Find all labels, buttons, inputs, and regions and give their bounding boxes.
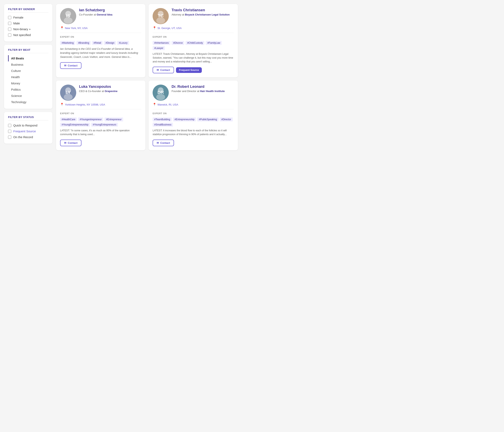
gender-option-3[interactable]: Not specified	[8, 32, 48, 38]
expert-name: Ian Schatzberg	[79, 8, 141, 12]
contact-button[interactable]: ✉ Contact	[153, 67, 174, 73]
expert-info: Dr. Robert Leonard Founder and Director …	[171, 85, 234, 93]
filter-status-box: FILTER BY STATUS Quick to RespondFrequen…	[4, 112, 52, 144]
contact-button[interactable]: ✉ Contact	[60, 62, 81, 69]
expert-role: Co-Founder at General Idea	[79, 13, 141, 17]
gender-option-0[interactable]: Female	[8, 15, 48, 20]
expert-latest: LATEST: Travis Christiansen, Attorney at…	[153, 52, 234, 63]
expert-grid: IS Ian Schatzberg Co-Founder at General …	[56, 4, 238, 150]
location-pin-icon: 📍	[153, 26, 156, 30]
beat-item-technology[interactable]: Technology	[8, 99, 48, 105]
tag: #Inheritances	[153, 41, 170, 45]
tag: #ChildCustody	[185, 41, 204, 45]
gender-checkbox-1[interactable]	[8, 22, 11, 25]
beat-item-health[interactable]: Health	[8, 74, 48, 80]
tag: #TeamBuilding	[153, 117, 172, 121]
expert-info: Travis Christiansen Attorney at Boyack C…	[171, 8, 234, 17]
gender-option-1[interactable]: Male	[8, 20, 48, 26]
location-text: Yorktown Heights, NY 10598, USA	[65, 103, 105, 106]
expert-role: Founder and Director at Hair Health Inst…	[171, 89, 234, 93]
contact-label: Contact	[68, 64, 77, 67]
status-checkbox-1[interactable]	[8, 130, 11, 133]
envelope-icon: ✉	[157, 141, 159, 144]
contact-button[interactable]: ✉ Contact	[153, 139, 174, 146]
tag: #Luxury	[117, 41, 129, 45]
card-actions: ✉ Contact	[60, 62, 141, 69]
location-text: Warwick, RI, USA	[157, 103, 178, 106]
filter-beat-title: FILTER BY BEAT	[8, 48, 48, 53]
expert-card-dr-robert-leonard: DR Dr. Robert Leonard Founder and Direct…	[149, 81, 238, 150]
expert-on-label: EXPERT ON	[153, 36, 234, 38]
status-checkbox-2[interactable]	[8, 136, 11, 139]
filter-status-title: FILTER BY STATUS	[8, 116, 48, 121]
expert-bio: Ian Schatzberg is the CEO and Co-Founder…	[60, 47, 141, 59]
expert-name: Travis Christiansen	[171, 8, 234, 12]
beat-item-culture[interactable]: Culture	[8, 68, 48, 74]
card-divider	[153, 33, 234, 33]
status-option-2[interactable]: On the Record	[8, 134, 48, 140]
avatar: LY	[60, 85, 76, 101]
tag: #YoungEntrepreneurs	[91, 123, 118, 127]
expert-latest: LATEST: "In some cases, it's as much as …	[60, 129, 141, 136]
beat-item-science[interactable]: Science	[8, 93, 48, 99]
tag: #Branding	[76, 41, 91, 45]
card-actions: ✉ Contact	[60, 139, 141, 146]
beat-item-all-beats[interactable]: All Beats	[8, 55, 48, 61]
tag: #HealthCare	[60, 117, 77, 121]
company-link[interactable]: Boyack Christiansen Legal Solution	[185, 13, 230, 16]
avatar: IS	[60, 8, 76, 24]
beat-item-politics[interactable]: Politics	[8, 86, 48, 93]
tags-container: #Marketing#Branding#Retail#Design#Luxury	[60, 41, 141, 45]
envelope-icon: ✉	[157, 69, 159, 71]
location-text: New York, NY, USA	[65, 26, 88, 30]
location-pin-icon: 📍	[60, 103, 64, 106]
status-label-2: On the Record	[13, 135, 33, 139]
expert-location: 📍 Warwick, RI, USA	[153, 103, 234, 106]
location-text: St. George, UT, USA	[157, 26, 182, 30]
status-checkbox-0[interactable]	[8, 124, 11, 127]
svg-text:IS: IS	[66, 13, 70, 18]
location-pin-icon: 📍	[153, 103, 156, 106]
expert-info: Luka Yancopoulos CEO & Co-founder at Gra…	[79, 85, 141, 93]
expert-name: Dr. Robert Leonard	[171, 85, 234, 89]
filter-gender-box: FILTER BY GENDER FemaleMaleNon-binary +N…	[4, 4, 52, 42]
gender-label-2: Non-binary +	[13, 27, 31, 31]
status-options: Quick to RespondFrequent SourceOn the Re…	[8, 122, 48, 140]
tag: #Youngentrepreneur	[78, 117, 103, 121]
contact-button[interactable]: ✉ Contact	[60, 139, 81, 146]
svg-text:DR: DR	[157, 90, 164, 95]
envelope-icon: ✉	[64, 141, 66, 144]
beat-item-money[interactable]: Money	[8, 80, 48, 86]
beat-list: All BeatsBusinessCultureHealthMoneyPolit…	[8, 55, 48, 105]
tag: #Marketing	[60, 41, 75, 45]
card-header: DR Dr. Robert Leonard Founder and Direct…	[153, 85, 234, 101]
expert-card-luka-yancopoulos: LY Luka Yancopoulos CEO & Co-founder at …	[56, 81, 145, 150]
status-label-0: Quick to Respond	[13, 124, 37, 127]
gender-label-3: Not specified	[13, 33, 31, 37]
gender-checkbox-0[interactable]	[8, 16, 11, 19]
contact-label: Contact	[68, 141, 77, 144]
company-link[interactable]: General Idea	[97, 13, 112, 16]
gender-label-0: Female	[13, 16, 23, 19]
tag: #Director	[220, 117, 233, 121]
frequent-source-button[interactable]: Frequent Source	[176, 67, 202, 73]
company-link[interactable]: Hair Health Institute	[200, 90, 225, 93]
tag: #FamilyLaw	[206, 41, 222, 45]
tags-container: #Inheritances#Divorce#ChildCustody#Famil…	[153, 41, 234, 50]
beat-item-business[interactable]: Business	[8, 61, 48, 68]
tag: #Design	[104, 41, 116, 45]
tags-container: #TeamBuilding#Entrepreneurship#PublicSpe…	[153, 117, 234, 127]
card-divider	[60, 109, 141, 109]
status-option-1[interactable]: Frequent Source	[8, 128, 48, 134]
gender-option-2[interactable]: Non-binary +	[8, 26, 48, 32]
expert-location: 📍 St. George, UT, USA	[153, 26, 234, 30]
tag: #Retail	[92, 41, 103, 45]
avatar: DR	[153, 85, 169, 101]
gender-checkbox-2[interactable]	[8, 28, 11, 31]
gender-checkbox-3[interactable]	[8, 34, 11, 37]
card-header: LY Luka Yancopoulos CEO & Co-founder at …	[60, 85, 141, 101]
company-link[interactable]: Grapevine	[105, 90, 117, 93]
card-header: TC Travis Christiansen Attorney at Boyac…	[153, 8, 234, 24]
tag: #Entrepreneur	[104, 117, 123, 121]
status-option-0[interactable]: Quick to Respond	[8, 122, 48, 128]
